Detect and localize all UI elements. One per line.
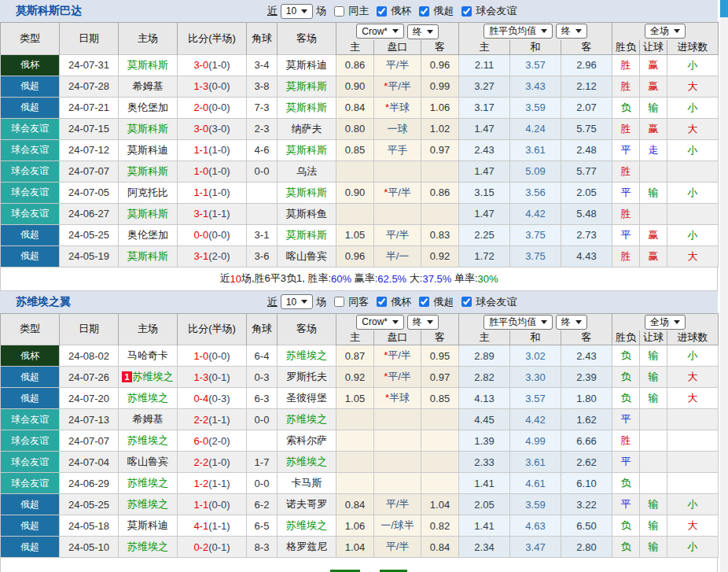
league-cup-checkbox[interactable] bbox=[377, 6, 387, 17]
cell-league: 俄超 bbox=[1, 76, 60, 97]
team-name: 苏维埃之 bbox=[127, 477, 168, 489]
cell-home-team: 希姆基 bbox=[119, 409, 178, 430]
cell-date: 24-06-27 bbox=[60, 203, 119, 224]
table-row: 球会友谊24-07-05阿克托比1-1(1-0)莫斯科斯0.90*平/半0.86… bbox=[1, 182, 719, 203]
cell-away-team: 莫斯科迪 bbox=[278, 54, 336, 76]
score-fulltime: 1-1 bbox=[193, 186, 208, 198]
cell-goals: 小 bbox=[667, 494, 719, 515]
cell-corner: 6-3 bbox=[247, 388, 278, 409]
team-name: 奥伦堡加 bbox=[127, 229, 168, 241]
match-count-select[interactable]: 10 bbox=[281, 294, 313, 309]
cell-avg-home: 1.39 bbox=[459, 430, 510, 452]
team-section-1: 莫斯科斯巴达 近 10 场 同主 俄杯 俄超 球会友谊 bbox=[0, 0, 718, 291]
cell-result: 平 bbox=[612, 494, 640, 515]
table-row: 俄杯24-07-31莫斯科斯3-0(1-0)3-4莫斯科迪0.86平/半0.96… bbox=[1, 54, 719, 76]
cell-avg-home: 4.13 bbox=[459, 388, 510, 409]
scrollbar-track[interactable] bbox=[720, 0, 728, 572]
cell-score: 1-1(1-0) bbox=[178, 182, 247, 203]
cell-goals: 大 bbox=[667, 515, 719, 537]
cell-handicap: 平手 bbox=[374, 139, 421, 161]
cell-score: 3-0(1-0) bbox=[178, 54, 247, 76]
cell-goals: 小 bbox=[667, 139, 719, 161]
cell-avg-draw: 5.09 bbox=[510, 161, 561, 182]
bookmaker-select[interactable]: Crow* bbox=[356, 24, 404, 39]
league-super-checkbox[interactable] bbox=[419, 297, 429, 307]
cell-league: 球会友谊 bbox=[1, 139, 60, 161]
table-row: 球会友谊24-07-04喀山鲁宾2-2(1-0)1-7苏维埃之2.333.612… bbox=[1, 452, 719, 473]
cell-handicap bbox=[374, 203, 421, 224]
league-friendly-label: 球会友谊 bbox=[476, 4, 517, 18]
score-halftime: (1-1) bbox=[208, 414, 230, 426]
cell-avg-away: 2.73 bbox=[561, 224, 612, 245]
col-avg-home: 主 bbox=[459, 330, 510, 345]
col-home: 主场 bbox=[119, 23, 178, 55]
league-super-label: 俄超 bbox=[433, 295, 454, 309]
cell-avg-draw: 4.99 bbox=[510, 430, 561, 452]
final-odds-select[interactable]: 终 bbox=[407, 24, 439, 39]
cell-avg-home: 2.82 bbox=[459, 367, 510, 388]
cell-corner: 7-3 bbox=[247, 97, 278, 118]
cell-result: 负 bbox=[612, 388, 640, 409]
scrollbar-thumb[interactable] bbox=[720, 0, 728, 17]
score-fulltime: 1-0 bbox=[193, 350, 208, 362]
match-count-select[interactable]: 10 bbox=[281, 4, 313, 19]
league-super-checkbox[interactable] bbox=[419, 6, 429, 17]
avg-type-select[interactable]: 胜平负均值 bbox=[483, 315, 553, 330]
cell-date: 24-07-15 bbox=[60, 118, 119, 139]
same-venue-checkbox[interactable] bbox=[334, 297, 344, 307]
cell-away-team: 卡马斯 bbox=[278, 473, 336, 494]
col-score: 比分(半场) bbox=[178, 23, 247, 55]
cell-odds-away bbox=[421, 203, 459, 224]
near-link[interactable]: 近 bbox=[267, 295, 278, 309]
cell-result: 平 bbox=[612, 224, 640, 245]
cell-handicap bbox=[374, 430, 421, 452]
bookmaker-select[interactable]: Crow* bbox=[356, 315, 404, 330]
score-fulltime: 1-0 bbox=[193, 165, 208, 177]
cell-avg-away: 2.12 bbox=[561, 76, 612, 97]
cell-corner: 3-1 bbox=[247, 224, 278, 245]
table-body: 俄杯24-08-02马哈奇卡1-0(0-0)6-4苏维埃之0.87*平/半0.9… bbox=[1, 345, 719, 558]
summary-segment: 30% bbox=[478, 273, 498, 285]
near-link[interactable]: 近 bbox=[267, 4, 278, 18]
score-halftime: (0-0) bbox=[208, 101, 230, 113]
cell-away-team: 诺夫哥罗 bbox=[278, 494, 336, 515]
scope-select[interactable]: 全场 bbox=[645, 315, 686, 330]
cell-goals: 大 bbox=[667, 388, 719, 409]
summary-segment: 近 bbox=[219, 271, 230, 286]
summary-segment: 场,胜6平3负1, 胜率: bbox=[241, 271, 331, 286]
col-home: 主场 bbox=[119, 313, 178, 345]
league-cup-checkbox[interactable] bbox=[377, 297, 387, 307]
cell-goals: 小 bbox=[667, 97, 719, 118]
section-header-band: 苏维埃之翼 近 10 场 同客 俄杯 俄超 球会友谊 bbox=[0, 291, 718, 313]
cell-goals: 小 bbox=[667, 182, 719, 203]
cell-score: 1-0(1-0) bbox=[178, 161, 247, 182]
cell-away-team: 莫斯科斯 bbox=[278, 182, 336, 203]
table-row: 俄超24-05-25苏维埃之1-1(0-0)6-2诺夫哥罗0.84平/半1.04… bbox=[1, 494, 719, 515]
matches-table: 类型 日期 主场 比分(半场) 角球 客场 Crow* 终 胜平负均值 终 bbox=[0, 313, 719, 559]
cell-result: 胜 bbox=[612, 203, 640, 224]
score-fulltime: 0-4 bbox=[193, 393, 208, 404]
summary-segment: 10 bbox=[230, 273, 241, 285]
avg-type-select[interactable]: 胜平负均值 bbox=[483, 24, 553, 39]
cell-avg-home: 2.89 bbox=[459, 345, 510, 367]
col-date: 日期 bbox=[60, 23, 119, 55]
cell-avg-away: 6.10 bbox=[561, 473, 612, 494]
score-fulltime: 2-2 bbox=[193, 456, 208, 468]
final-odds-select[interactable]: 终 bbox=[407, 315, 439, 330]
col-handicap: 盘口 bbox=[374, 40, 421, 55]
cell-odds-away: 0.95 bbox=[421, 345, 459, 367]
cell-date: 24-07-04 bbox=[60, 452, 119, 473]
final-avg-select[interactable]: 终 bbox=[556, 315, 587, 330]
record-summary-cutoff bbox=[0, 558, 718, 572]
cell-corner: 6-2 bbox=[247, 494, 278, 515]
cell-avg-draw: 3.57 bbox=[510, 54, 561, 76]
table-row: 俄超24-05-19莫斯科斯3-1(2-0)3-6喀山鲁宾0.96半/一0.92… bbox=[1, 245, 719, 267]
same-venue-checkbox[interactable] bbox=[334, 6, 344, 17]
team-name: 喀山鲁宾 bbox=[127, 456, 168, 467]
cell-odds-away: 0.86 bbox=[421, 182, 459, 203]
scope-select[interactable]: 全场 bbox=[645, 24, 686, 39]
league-friendly-checkbox[interactable] bbox=[461, 297, 472, 307]
table-row: 俄杯24-08-02马哈奇卡1-0(0-0)6-4苏维埃之0.87*平/半0.9… bbox=[1, 345, 719, 367]
league-friendly-checkbox[interactable] bbox=[461, 6, 472, 17]
final-avg-select[interactable]: 终 bbox=[556, 24, 587, 39]
